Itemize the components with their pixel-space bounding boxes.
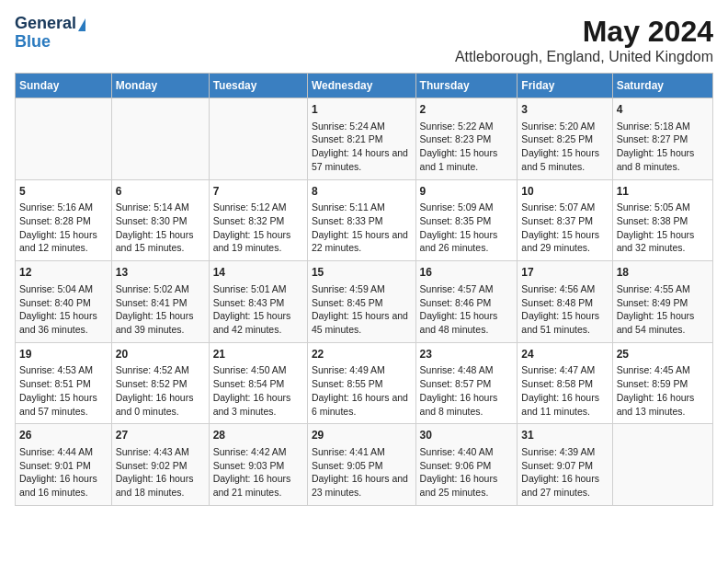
day-content: Sunrise: 5:11 AM Sunset: 8:33 PM Dayligh… bbox=[312, 201, 412, 255]
day-content: Sunrise: 5:07 AM Sunset: 8:37 PM Dayligh… bbox=[521, 201, 608, 255]
day-content: Sunrise: 4:45 AM Sunset: 8:59 PM Dayligh… bbox=[617, 363, 709, 418]
calendar-day-cell: 23Sunrise: 4:48 AM Sunset: 8:57 PM Dayli… bbox=[415, 342, 518, 424]
day-content: Sunrise: 5:02 AM Sunset: 8:41 PM Dayligh… bbox=[116, 282, 205, 337]
col-tuesday: Tuesday bbox=[209, 74, 307, 98]
calendar-week-row: 1Sunrise: 5:24 AM Sunset: 8:21 PM Daylig… bbox=[16, 98, 713, 180]
calendar-day-cell: 21Sunrise: 4:50 AM Sunset: 8:54 PM Dayli… bbox=[209, 342, 307, 424]
calendar-day-cell: 7Sunrise: 5:12 AM Sunset: 8:32 PM Daylig… bbox=[209, 179, 307, 261]
day-content: Sunrise: 5:18 AM Sunset: 8:27 PM Dayligh… bbox=[617, 120, 709, 174]
calendar-day-cell: 18Sunrise: 4:55 AM Sunset: 8:49 PM Dayli… bbox=[612, 261, 712, 343]
calendar-day-cell: 5Sunrise: 5:16 AM Sunset: 8:28 PM Daylig… bbox=[16, 179, 112, 261]
day-number: 3 bbox=[521, 102, 608, 118]
calendar-day-cell: 31Sunrise: 4:39 AM Sunset: 9:07 PM Dayli… bbox=[518, 424, 612, 506]
day-number: 20 bbox=[116, 347, 205, 362]
calendar-day-cell: 29Sunrise: 4:41 AM Sunset: 9:05 PM Dayli… bbox=[307, 424, 415, 506]
day-content: Sunrise: 4:49 AM Sunset: 8:55 PM Dayligh… bbox=[312, 363, 412, 418]
day-number: 27 bbox=[116, 428, 205, 443]
calendar-day-cell: 9Sunrise: 5:09 AM Sunset: 8:35 PM Daylig… bbox=[415, 179, 518, 261]
day-content: Sunrise: 4:42 AM Sunset: 9:03 PM Dayligh… bbox=[213, 445, 303, 500]
day-number: 26 bbox=[19, 428, 108, 443]
day-number: 5 bbox=[19, 184, 108, 200]
calendar-day-cell: 16Sunrise: 4:57 AM Sunset: 8:46 PM Dayli… bbox=[415, 261, 518, 343]
day-content: Sunrise: 5:20 AM Sunset: 8:25 PM Dayligh… bbox=[521, 120, 608, 174]
calendar-day-cell: 1Sunrise: 5:24 AM Sunset: 8:21 PM Daylig… bbox=[307, 98, 415, 180]
day-number: 13 bbox=[116, 265, 205, 281]
day-content: Sunrise: 5:05 AM Sunset: 8:38 PM Dayligh… bbox=[617, 201, 709, 255]
day-content: Sunrise: 4:57 AM Sunset: 8:46 PM Dayligh… bbox=[420, 282, 514, 337]
day-number: 7 bbox=[213, 184, 303, 200]
day-content: Sunrise: 5:04 AM Sunset: 8:40 PM Dayligh… bbox=[19, 282, 108, 337]
calendar-week-row: 26Sunrise: 4:44 AM Sunset: 9:01 PM Dayli… bbox=[16, 424, 713, 506]
day-content: Sunrise: 4:50 AM Sunset: 8:54 PM Dayligh… bbox=[213, 363, 303, 418]
day-content: Sunrise: 4:48 AM Sunset: 8:57 PM Dayligh… bbox=[420, 363, 514, 418]
day-number: 22 bbox=[312, 347, 412, 362]
day-number: 23 bbox=[420, 347, 514, 362]
calendar-day-cell: 22Sunrise: 4:49 AM Sunset: 8:55 PM Dayli… bbox=[307, 342, 415, 424]
calendar-week-row: 12Sunrise: 5:04 AM Sunset: 8:40 PM Dayli… bbox=[16, 261, 713, 343]
calendar-day-cell: 24Sunrise: 4:47 AM Sunset: 8:58 PM Dayli… bbox=[518, 342, 612, 424]
day-number: 19 bbox=[19, 347, 108, 362]
day-number: 29 bbox=[312, 428, 412, 443]
calendar-day-cell: 13Sunrise: 5:02 AM Sunset: 8:41 PM Dayli… bbox=[111, 261, 209, 343]
day-content: Sunrise: 4:43 AM Sunset: 9:02 PM Dayligh… bbox=[116, 445, 205, 500]
day-number: 18 bbox=[617, 265, 709, 281]
calendar-day-cell: 15Sunrise: 4:59 AM Sunset: 8:45 PM Dayli… bbox=[307, 261, 415, 343]
calendar-day-cell: 17Sunrise: 4:56 AM Sunset: 8:48 PM Dayli… bbox=[518, 261, 612, 343]
calendar-day-cell: 26Sunrise: 4:44 AM Sunset: 9:01 PM Dayli… bbox=[16, 424, 112, 506]
day-number: 15 bbox=[312, 265, 412, 281]
day-number: 16 bbox=[420, 265, 514, 281]
day-content: Sunrise: 5:14 AM Sunset: 8:30 PM Dayligh… bbox=[116, 201, 205, 255]
day-number: 14 bbox=[213, 265, 303, 281]
header: General Blue May 2024 Attleborough, Engl… bbox=[15, 15, 713, 65]
calendar-day-cell bbox=[16, 98, 112, 180]
calendar-week-row: 19Sunrise: 4:53 AM Sunset: 8:51 PM Dayli… bbox=[16, 342, 713, 424]
day-number: 4 bbox=[617, 102, 709, 118]
calendar-day-cell bbox=[209, 98, 307, 180]
logo-blue: Blue bbox=[15, 33, 51, 52]
calendar-day-cell: 14Sunrise: 5:01 AM Sunset: 8:43 PM Dayli… bbox=[209, 261, 307, 343]
col-wednesday: Wednesday bbox=[307, 74, 415, 98]
day-content: Sunrise: 5:12 AM Sunset: 8:32 PM Dayligh… bbox=[213, 201, 303, 255]
calendar-day-cell: 28Sunrise: 4:42 AM Sunset: 9:03 PM Dayli… bbox=[209, 424, 307, 506]
day-number: 30 bbox=[420, 428, 514, 443]
day-content: Sunrise: 4:52 AM Sunset: 8:52 PM Dayligh… bbox=[116, 363, 205, 418]
day-content: Sunrise: 4:39 AM Sunset: 9:07 PM Dayligh… bbox=[521, 445, 608, 500]
logo-text: General bbox=[15, 15, 85, 33]
day-content: Sunrise: 5:24 AM Sunset: 8:21 PM Dayligh… bbox=[312, 120, 412, 174]
day-content: Sunrise: 4:44 AM Sunset: 9:01 PM Dayligh… bbox=[19, 445, 108, 500]
calendar-week-row: 5Sunrise: 5:16 AM Sunset: 8:28 PM Daylig… bbox=[16, 179, 713, 261]
calendar-day-cell: 11Sunrise: 5:05 AM Sunset: 8:38 PM Dayli… bbox=[612, 179, 712, 261]
day-content: Sunrise: 5:22 AM Sunset: 8:23 PM Dayligh… bbox=[420, 120, 514, 174]
day-number: 8 bbox=[312, 184, 412, 200]
calendar-day-cell: 4Sunrise: 5:18 AM Sunset: 8:27 PM Daylig… bbox=[612, 98, 712, 180]
calendar-day-cell: 19Sunrise: 4:53 AM Sunset: 8:51 PM Dayli… bbox=[16, 342, 112, 424]
calendar-header-row: Sunday Monday Tuesday Wednesday Thursday… bbox=[16, 74, 713, 98]
page-subtitle: Attleborough, England, United Kingdom bbox=[455, 49, 713, 65]
calendar-day-cell: 12Sunrise: 5:04 AM Sunset: 8:40 PM Dayli… bbox=[16, 261, 112, 343]
calendar-day-cell: 3Sunrise: 5:20 AM Sunset: 8:25 PM Daylig… bbox=[518, 98, 612, 180]
calendar-table: Sunday Monday Tuesday Wednesday Thursday… bbox=[15, 73, 713, 506]
calendar-day-cell: 30Sunrise: 4:40 AM Sunset: 9:06 PM Dayli… bbox=[415, 424, 518, 506]
calendar-day-cell: 6Sunrise: 5:14 AM Sunset: 8:30 PM Daylig… bbox=[111, 179, 209, 261]
day-number: 17 bbox=[521, 265, 608, 281]
logo: General Blue bbox=[15, 15, 85, 52]
day-content: Sunrise: 4:55 AM Sunset: 8:49 PM Dayligh… bbox=[617, 282, 709, 337]
col-thursday: Thursday bbox=[415, 74, 518, 98]
day-number: 28 bbox=[213, 428, 303, 443]
day-content: Sunrise: 4:47 AM Sunset: 8:58 PM Dayligh… bbox=[521, 363, 608, 418]
calendar-day-cell: 27Sunrise: 4:43 AM Sunset: 9:02 PM Dayli… bbox=[111, 424, 209, 506]
day-number: 12 bbox=[19, 265, 108, 281]
day-content: Sunrise: 5:01 AM Sunset: 8:43 PM Dayligh… bbox=[213, 282, 303, 337]
day-number: 31 bbox=[521, 428, 608, 443]
day-content: Sunrise: 4:56 AM Sunset: 8:48 PM Dayligh… bbox=[521, 282, 608, 337]
day-content: Sunrise: 4:53 AM Sunset: 8:51 PM Dayligh… bbox=[19, 363, 108, 418]
day-content: Sunrise: 4:59 AM Sunset: 8:45 PM Dayligh… bbox=[312, 282, 412, 337]
logo-triangle-icon bbox=[78, 18, 85, 31]
day-content: Sunrise: 5:16 AM Sunset: 8:28 PM Dayligh… bbox=[19, 201, 108, 255]
logo-general: General bbox=[15, 14, 76, 32]
day-number: 6 bbox=[116, 184, 205, 200]
calendar-day-cell: 10Sunrise: 5:07 AM Sunset: 8:37 PM Dayli… bbox=[518, 179, 612, 261]
title-block: May 2024 Attleborough, England, United K… bbox=[455, 15, 713, 65]
col-monday: Monday bbox=[111, 74, 209, 98]
day-number: 10 bbox=[521, 184, 608, 200]
